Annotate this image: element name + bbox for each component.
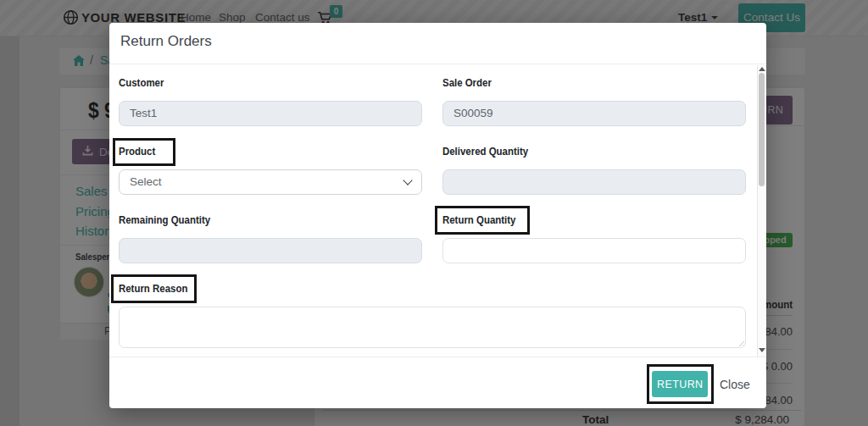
annotation-box-return-quantity <box>435 206 530 235</box>
product-select[interactable]: Select <box>119 169 422 195</box>
sale-order-value: S00059 <box>453 107 493 119</box>
annotation-box-return-button <box>647 364 714 404</box>
customer-value: Test1 <box>130 107 157 119</box>
delivered-quantity-label: Delivered Quantity <box>442 145 528 158</box>
sale-order-field: S00059 <box>442 101 746 126</box>
delivered-quantity-field <box>442 169 746 195</box>
return-quantity-input[interactable] <box>442 238 746 263</box>
divider <box>109 64 766 64</box>
annotation-box-product <box>113 138 175 166</box>
scroll-up-arrow[interactable] <box>759 67 765 71</box>
close-button[interactable]: Close <box>715 377 755 392</box>
annotation-box-return-reason <box>111 274 197 303</box>
customer-label: Customer <box>119 76 164 89</box>
product-select-value: Select <box>130 170 162 194</box>
modal-scrollbar-thumb[interactable] <box>759 73 765 186</box>
divider <box>109 357 766 357</box>
sale-order-label: Sale Order <box>442 76 492 89</box>
scroll-down-arrow[interactable] <box>759 348 765 352</box>
chevron-down-icon <box>403 175 412 185</box>
modal-title: Return Orders <box>120 33 212 50</box>
customer-field: Test1 <box>119 101 422 126</box>
remaining-quantity-label: Remaining Quantity <box>119 213 210 226</box>
return-reason-textarea[interactable] <box>119 307 746 348</box>
remaining-quantity-field <box>119 238 422 263</box>
